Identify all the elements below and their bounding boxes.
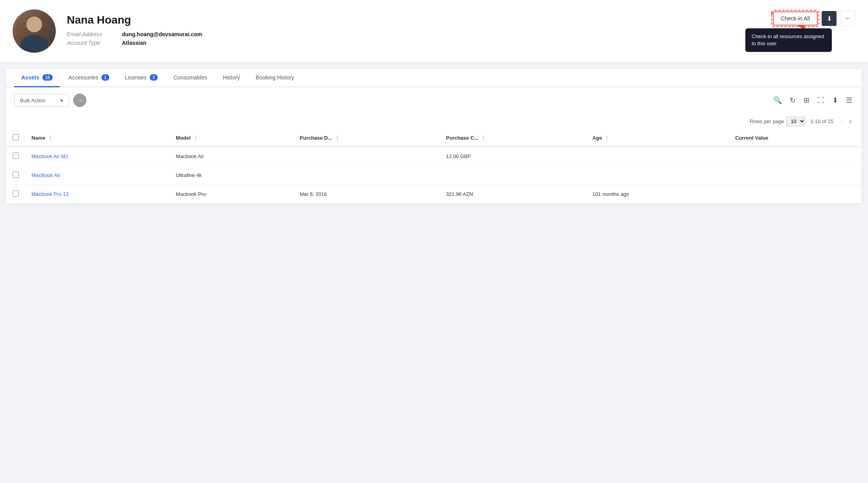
th-age: Age <box>586 129 729 147</box>
age-cell: 101 months ago <box>586 185 729 204</box>
filter-icon: ☰ <box>846 96 852 105</box>
th-purchase-date: Purchase D... <box>293 129 440 147</box>
tab-booking-history[interactable]: Booking History <box>248 69 301 87</box>
columns-button[interactable]: ⊞ <box>802 94 811 106</box>
avatar <box>13 9 56 53</box>
export-icon: ⬇ <box>832 96 838 105</box>
apply-button[interactable]: → <box>73 94 86 107</box>
account-type-field-row: Account Type Atlassian <box>67 40 773 46</box>
chevron-down-icon: ▾ <box>61 98 63 103</box>
page-nav: ‹ › <box>838 116 854 126</box>
refresh-button[interactable]: ↻ <box>788 94 797 106</box>
tab-consumables[interactable]: Consumables <box>166 69 214 87</box>
licenses-badge: 3 <box>150 74 158 81</box>
current-value-cell <box>729 185 862 204</box>
rows-per-page-select[interactable]: 10 25 50 <box>786 116 805 126</box>
fullscreen-button[interactable]: ⛶ <box>816 95 826 106</box>
check-in-all-button[interactable]: Check-in All <box>773 11 818 26</box>
page-info: 1-10 of 15 <box>810 118 833 124</box>
row-checkbox-cell <box>6 185 25 204</box>
pagination-bar: Rows per page 10 25 50 1-10 of 15 ‹ › <box>6 113 862 129</box>
tabs-bar: Assets 15 Accessories 1 Licenses 3 Consu… <box>6 69 862 87</box>
profile-name: Nana Hoang <box>67 14 773 26</box>
account-type-value: Atlassian <box>122 40 146 46</box>
toolbar-left: Bulk Action ▾ → <box>14 94 86 107</box>
purchase-cost-cell: 12.00 GBP <box>440 147 586 166</box>
email-field-row: Email Address dung.hoang@devsamurai.com <box>67 31 773 37</box>
export-button[interactable]: ⬇ <box>831 94 840 106</box>
table-row: MacBook Air Ultrafine 4k <box>6 166 862 185</box>
profile-info: Nana Hoang Email Address dung.hoang@devs… <box>67 14 773 48</box>
profile-header: Nana Hoang Email Address dung.hoang@devs… <box>0 0 868 63</box>
assets-table: Name Model Purchase D... <box>6 129 862 204</box>
current-value-cell <box>729 147 862 166</box>
table-row: Macbook Pro 13 Macbook Pro Mar 6, 2016 3… <box>6 185 862 204</box>
th-current-value: Current Value <box>729 129 862 147</box>
asset-name-cell: MacBook Air <box>25 166 169 185</box>
row-checkbox[interactable] <box>13 190 19 197</box>
table-header-row: Name Model Purchase D... <box>6 129 862 147</box>
rows-per-page: Rows per page 10 25 50 <box>750 116 805 126</box>
current-value-cell <box>729 166 862 185</box>
back-icon: ← <box>844 15 851 23</box>
tab-assets[interactable]: Assets 15 <box>14 69 60 87</box>
asset-link[interactable]: Macbook Air M2 <box>31 153 68 159</box>
accessories-badge: 1 <box>101 74 109 81</box>
back-button[interactable]: ← <box>840 11 855 26</box>
purchase-date-cell <box>293 166 440 185</box>
main-content: Assets 15 Accessories 1 Licenses 3 Consu… <box>6 69 862 204</box>
asset-name-cell: Macbook Pro 13 <box>25 185 169 204</box>
apply-icon: → <box>77 97 83 104</box>
account-type-label: Account Type <box>67 40 122 46</box>
purchase-cost-cell <box>440 166 586 185</box>
model-cell: Macbook Air <box>169 147 293 166</box>
asset-name-cell: Macbook Air M2 <box>25 147 169 166</box>
tab-accessories[interactable]: Accessories 1 <box>61 69 116 87</box>
table-row: Macbook Air M2 Macbook Air 12.00 GBP <box>6 147 862 166</box>
purchase-date-cell: Mar 6, 2016 <box>293 185 440 204</box>
row-checkbox[interactable] <box>13 171 19 178</box>
asset-link[interactable]: MacBook Air <box>31 172 60 178</box>
filter-button[interactable]: ☰ <box>844 94 854 106</box>
download-button[interactable]: ⬇ <box>822 11 837 26</box>
download-icon: ⬇ <box>827 15 832 22</box>
model-cell: Ultrafine 4k <box>169 166 293 185</box>
model-cell: Macbook Pro <box>169 185 293 204</box>
prev-page-button[interactable]: ‹ <box>838 116 845 126</box>
toolbar-right: 🔍 ↻ ⊞ ⛶ ⬇ ☰ <box>772 94 854 106</box>
bulk-action-select[interactable]: Bulk Action ▾ <box>14 94 69 107</box>
purchase-date-cell <box>293 147 440 166</box>
row-checkbox-cell <box>6 166 25 185</box>
next-page-button[interactable]: › <box>847 116 854 126</box>
th-purchase-cost: Purchase C... <box>440 129 586 147</box>
header-actions: Check-in All Check-in all resources assi… <box>773 9 855 26</box>
fullscreen-icon: ⛶ <box>817 96 824 105</box>
th-checkbox <box>6 129 25 147</box>
age-cell <box>586 147 729 166</box>
row-checkbox[interactable] <box>13 153 19 159</box>
tab-licenses[interactable]: Licenses 3 <box>118 69 165 87</box>
purchase-cost-cell: 321.96 AZN <box>440 185 586 204</box>
refresh-icon: ↻ <box>790 96 796 105</box>
search-button[interactable]: 🔍 <box>772 94 783 106</box>
tab-history[interactable]: History <box>216 69 247 87</box>
th-model: Model <box>169 129 293 147</box>
search-icon: 🔍 <box>773 96 782 105</box>
check-in-all-tooltip: Check-in all resources assigned to this … <box>745 28 832 52</box>
assets-badge: 15 <box>42 74 53 81</box>
columns-icon: ⊞ <box>804 96 809 105</box>
table-toolbar: Bulk Action ▾ → 🔍 ↻ ⊞ ⛶ ⬇ ☰ <box>6 87 862 113</box>
email-label: Email Address <box>67 31 122 37</box>
row-checkbox-cell <box>6 147 25 166</box>
select-all-checkbox[interactable] <box>13 134 19 140</box>
asset-link[interactable]: Macbook Pro 13 <box>31 191 69 197</box>
age-cell <box>586 166 729 185</box>
th-name: Name <box>25 129 169 147</box>
email-value: dung.hoang@devsamurai.com <box>122 31 202 37</box>
